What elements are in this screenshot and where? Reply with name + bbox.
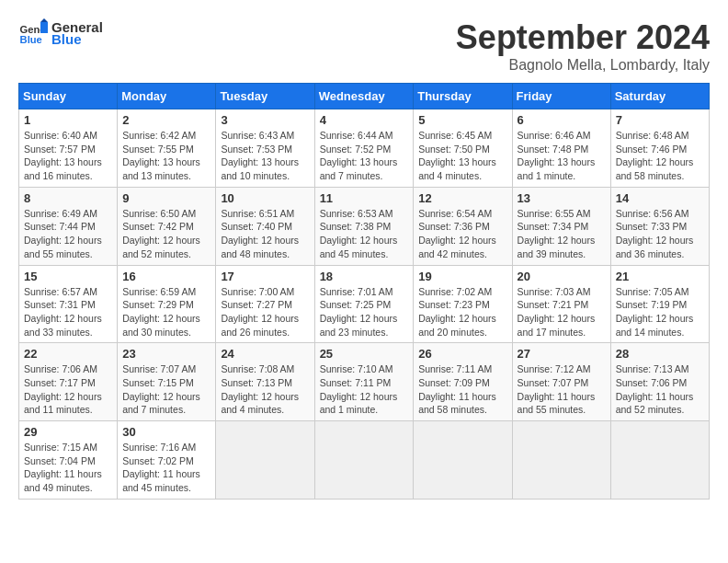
day-info: Sunrise: 6:40 AM Sunset: 7:57 PM Dayligh… — [24, 129, 112, 183]
table-row: 26 Sunrise: 7:11 AM Sunset: 7:09 PM Dayl… — [414, 343, 512, 421]
day-number: 28 — [616, 347, 704, 361]
logo: General Blue General Blue — [18, 18, 103, 48]
day-info: Sunrise: 7:08 AM Sunset: 7:13 PM Dayligh… — [221, 362, 309, 417]
table-row: 1 Sunrise: 6:40 AM Sunset: 7:57 PM Dayli… — [19, 109, 118, 188]
table-row — [414, 421, 512, 500]
table-row: 10 Sunrise: 6:51 AM Sunset: 7:40 PM Dayl… — [216, 187, 314, 265]
col-monday: Monday — [118, 84, 216, 109]
title-area: September 2024 Bagnolo Mella, Lombardy, … — [456, 18, 710, 74]
day-info: Sunrise: 7:06 AM Sunset: 7:17 PM Dayligh… — [24, 362, 112, 417]
day-info: Sunrise: 7:12 AM Sunset: 7:07 PM Dayligh… — [518, 362, 606, 417]
col-thursday: Thursday — [414, 84, 512, 109]
table-row: 2 Sunrise: 6:42 AM Sunset: 7:55 PM Dayli… — [118, 109, 216, 188]
col-wednesday: Wednesday — [314, 84, 414, 109]
calendar-week-row: 29 Sunrise: 7:15 AM Sunset: 7:04 PM Dayl… — [19, 421, 710, 500]
day-info: Sunrise: 6:49 AM Sunset: 7:44 PM Dayligh… — [24, 207, 112, 261]
table-row — [314, 421, 414, 500]
day-info: Sunrise: 6:53 AM Sunset: 7:38 PM Dayligh… — [320, 207, 409, 261]
day-info: Sunrise: 6:44 AM Sunset: 7:52 PM Dayligh… — [320, 129, 409, 183]
day-info: Sunrise: 6:59 AM Sunset: 7:29 PM Dayligh… — [122, 285, 210, 339]
day-number: 3 — [221, 113, 309, 127]
day-number: 17 — [221, 270, 309, 283]
day-number: 27 — [518, 347, 606, 361]
calendar-week-row: 22 Sunrise: 7:06 AM Sunset: 7:17 PM Dayl… — [19, 343, 710, 421]
month-title: September 2024 — [456, 18, 710, 57]
day-info: Sunrise: 7:05 AM Sunset: 7:19 PM Dayligh… — [616, 285, 704, 339]
day-number: 6 — [518, 113, 606, 127]
table-row: 19 Sunrise: 7:02 AM Sunset: 7:23 PM Dayl… — [414, 265, 512, 343]
day-info: Sunrise: 7:02 AM Sunset: 7:23 PM Dayligh… — [418, 285, 506, 339]
svg-text:Blue: Blue — [20, 34, 42, 45]
table-row — [512, 421, 610, 500]
day-info: Sunrise: 6:55 AM Sunset: 7:34 PM Dayligh… — [518, 207, 606, 261]
day-number: 11 — [320, 191, 409, 205]
day-info: Sunrise: 7:00 AM Sunset: 7:27 PM Dayligh… — [221, 285, 309, 339]
table-row: 8 Sunrise: 6:49 AM Sunset: 7:44 PM Dayli… — [19, 187, 118, 265]
day-number: 10 — [221, 191, 309, 205]
table-row: 25 Sunrise: 7:10 AM Sunset: 7:11 PM Dayl… — [314, 343, 414, 421]
table-row: 16 Sunrise: 6:59 AM Sunset: 7:29 PM Dayl… — [118, 265, 216, 343]
day-number: 16 — [122, 270, 210, 283]
day-number: 8 — [24, 191, 112, 205]
table-row: 24 Sunrise: 7:08 AM Sunset: 7:13 PM Dayl… — [216, 343, 314, 421]
day-number: 5 — [418, 113, 506, 127]
table-row: 30 Sunrise: 7:16 AM Sunset: 7:02 PM Dayl… — [118, 421, 216, 500]
day-info: Sunrise: 6:45 AM Sunset: 7:50 PM Dayligh… — [418, 129, 506, 183]
table-row: 18 Sunrise: 7:01 AM Sunset: 7:25 PM Dayl… — [314, 265, 414, 343]
table-row: 9 Sunrise: 6:50 AM Sunset: 7:42 PM Dayli… — [118, 187, 216, 265]
table-row: 15 Sunrise: 6:57 AM Sunset: 7:31 PM Dayl… — [19, 265, 118, 343]
table-row: 20 Sunrise: 7:03 AM Sunset: 7:21 PM Dayl… — [512, 265, 610, 343]
day-number: 15 — [24, 270, 112, 283]
day-number: 23 — [122, 347, 210, 361]
table-row: 23 Sunrise: 7:07 AM Sunset: 7:15 PM Dayl… — [118, 343, 216, 421]
day-info: Sunrise: 6:43 AM Sunset: 7:53 PM Dayligh… — [221, 129, 309, 183]
day-info: Sunrise: 6:51 AM Sunset: 7:40 PM Dayligh… — [221, 207, 309, 261]
day-info: Sunrise: 7:10 AM Sunset: 7:11 PM Dayligh… — [320, 362, 409, 417]
table-row — [216, 421, 314, 500]
day-number: 21 — [616, 270, 704, 283]
table-row: 11 Sunrise: 6:53 AM Sunset: 7:38 PM Dayl… — [314, 187, 414, 265]
day-number: 26 — [418, 347, 506, 361]
day-number: 7 — [616, 113, 704, 127]
day-number: 13 — [518, 191, 606, 205]
day-number: 2 — [122, 113, 210, 127]
page-header: General Blue General Blue September 2024… — [18, 18, 710, 74]
table-row: 28 Sunrise: 7:13 AM Sunset: 7:06 PM Dayl… — [610, 343, 709, 421]
col-saturday: Saturday — [610, 84, 709, 109]
day-info: Sunrise: 7:13 AM Sunset: 7:06 PM Dayligh… — [616, 362, 704, 417]
day-info: Sunrise: 7:11 AM Sunset: 7:09 PM Dayligh… — [418, 362, 506, 417]
table-row: 7 Sunrise: 6:48 AM Sunset: 7:46 PM Dayli… — [610, 109, 709, 188]
table-row: 5 Sunrise: 6:45 AM Sunset: 7:50 PM Dayli… — [414, 109, 512, 188]
day-number: 29 — [24, 425, 112, 439]
logo-icon: General Blue — [18, 18, 48, 48]
table-row: 6 Sunrise: 6:46 AM Sunset: 7:48 PM Dayli… — [512, 109, 610, 188]
day-info: Sunrise: 7:01 AM Sunset: 7:25 PM Dayligh… — [320, 285, 409, 339]
day-info: Sunrise: 7:15 AM Sunset: 7:04 PM Dayligh… — [24, 441, 112, 495]
day-info: Sunrise: 6:46 AM Sunset: 7:48 PM Dayligh… — [518, 129, 606, 183]
table-row: 12 Sunrise: 6:54 AM Sunset: 7:36 PM Dayl… — [414, 187, 512, 265]
calendar-header-row: Sunday Monday Tuesday Wednesday Thursday… — [19, 84, 710, 109]
day-number: 14 — [616, 191, 704, 205]
table-row: 22 Sunrise: 7:06 AM Sunset: 7:17 PM Dayl… — [19, 343, 118, 421]
table-row: 14 Sunrise: 6:56 AM Sunset: 7:33 PM Dayl… — [610, 187, 709, 265]
table-row: 21 Sunrise: 7:05 AM Sunset: 7:19 PM Dayl… — [610, 265, 709, 343]
table-row: 13 Sunrise: 6:55 AM Sunset: 7:34 PM Dayl… — [512, 187, 610, 265]
day-number: 9 — [122, 191, 210, 205]
table-row — [610, 421, 709, 500]
day-info: Sunrise: 6:57 AM Sunset: 7:31 PM Dayligh… — [24, 285, 112, 339]
day-info: Sunrise: 7:03 AM Sunset: 7:21 PM Dayligh… — [518, 285, 606, 339]
day-number: 20 — [518, 270, 606, 283]
day-number: 1 — [24, 113, 112, 127]
table-row: 4 Sunrise: 6:44 AM Sunset: 7:52 PM Dayli… — [314, 109, 414, 188]
day-info: Sunrise: 6:50 AM Sunset: 7:42 PM Dayligh… — [122, 207, 210, 261]
table-row: 29 Sunrise: 7:15 AM Sunset: 7:04 PM Dayl… — [19, 421, 118, 500]
day-number: 22 — [24, 347, 112, 361]
day-info: Sunrise: 6:56 AM Sunset: 7:33 PM Dayligh… — [616, 207, 704, 261]
calendar-table: Sunday Monday Tuesday Wednesday Thursday… — [18, 83, 710, 500]
calendar-week-row: 15 Sunrise: 6:57 AM Sunset: 7:31 PM Dayl… — [19, 265, 710, 343]
day-info: Sunrise: 6:54 AM Sunset: 7:36 PM Dayligh… — [418, 207, 506, 261]
day-number: 25 — [320, 347, 409, 361]
day-number: 18 — [320, 270, 409, 283]
calendar-week-row: 1 Sunrise: 6:40 AM Sunset: 7:57 PM Dayli… — [19, 109, 710, 188]
col-friday: Friday — [512, 84, 610, 109]
